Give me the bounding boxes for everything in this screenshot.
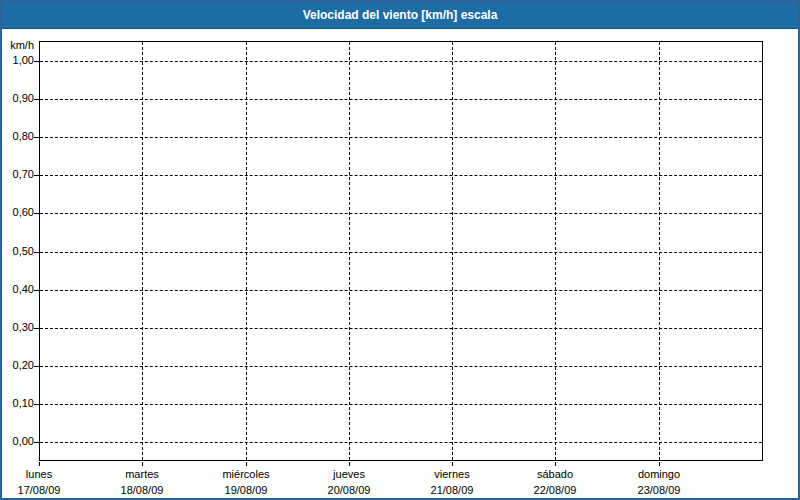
y-axis-tick	[34, 328, 39, 329]
x-axis-day-label: miércoles	[194, 468, 298, 480]
y-gridline	[40, 137, 762, 138]
x-axis-tick	[246, 462, 247, 466]
y-axis-label: 0,20	[2, 359, 34, 371]
x-axis-date-label: 22/08/09	[503, 484, 607, 496]
y-gridline	[40, 328, 762, 329]
y-axis-tick	[34, 442, 39, 443]
y-gridline	[40, 442, 762, 443]
y-gridline	[40, 175, 762, 176]
plot-area	[39, 41, 763, 461]
x-axis-day-label: lunes	[0, 468, 91, 480]
x-gridline	[555, 42, 556, 460]
x-axis-tick	[659, 462, 660, 466]
y-axis-tick	[34, 213, 39, 214]
y-gridline	[40, 366, 762, 367]
x-axis-tick	[349, 462, 350, 466]
y-gridline	[40, 61, 762, 62]
y-axis-label: 0,00	[2, 435, 34, 447]
y-axis-tick	[34, 366, 39, 367]
y-axis-tick	[34, 404, 39, 405]
x-axis-day-label: sábado	[503, 468, 607, 480]
x-axis-date-label: 21/08/09	[400, 484, 504, 496]
y-axis-label: 0,90	[2, 92, 34, 104]
x-axis-tick	[555, 462, 556, 466]
x-axis-date-label: 17/08/09	[0, 484, 91, 496]
y-axis-tick	[34, 61, 39, 62]
y-gridline	[40, 290, 762, 291]
y-axis-tick	[34, 252, 39, 253]
y-axis-unit-label: km/h	[2, 39, 34, 51]
x-gridline	[452, 42, 453, 460]
y-gridline	[40, 404, 762, 405]
chart-window: Velocidad del viento [km/h] escala km/h …	[0, 0, 800, 500]
x-axis-day-label: jueves	[297, 468, 401, 480]
x-gridline	[246, 42, 247, 460]
y-axis-tick	[34, 99, 39, 100]
x-axis-tick	[452, 462, 453, 466]
y-axis-label: 0,70	[2, 168, 34, 180]
y-axis-label: 1,00	[2, 54, 34, 66]
y-axis-tick	[34, 290, 39, 291]
x-axis-date-label: 18/08/09	[90, 484, 194, 496]
x-axis-tick	[39, 462, 40, 466]
x-gridline	[659, 42, 660, 460]
x-axis-day-label: viernes	[400, 468, 504, 480]
y-gridline	[40, 252, 762, 253]
x-axis-day-label: martes	[90, 468, 194, 480]
x-axis-date-label: 20/08/09	[297, 484, 401, 496]
y-gridline	[40, 213, 762, 214]
y-axis-tick	[34, 175, 39, 176]
y-axis-label: 0,50	[2, 245, 34, 257]
y-axis-label: 0,60	[2, 206, 34, 218]
y-axis-label: 0,10	[2, 397, 34, 409]
y-axis-label: 0,40	[2, 283, 34, 295]
y-axis-label: 0,30	[2, 321, 34, 333]
x-gridline	[142, 42, 143, 460]
chart-canvas: km/h 1,000,900,800,700,600,500,400,300,2…	[2, 2, 798, 498]
x-axis-date-label: 23/08/09	[607, 484, 711, 496]
y-axis-tick	[34, 137, 39, 138]
x-gridline	[349, 42, 350, 460]
y-gridline	[40, 99, 762, 100]
x-axis-day-label: domingo	[607, 468, 711, 480]
x-axis-tick	[142, 462, 143, 466]
x-axis-date-label: 19/08/09	[194, 484, 298, 496]
y-axis-label: 0,80	[2, 130, 34, 142]
